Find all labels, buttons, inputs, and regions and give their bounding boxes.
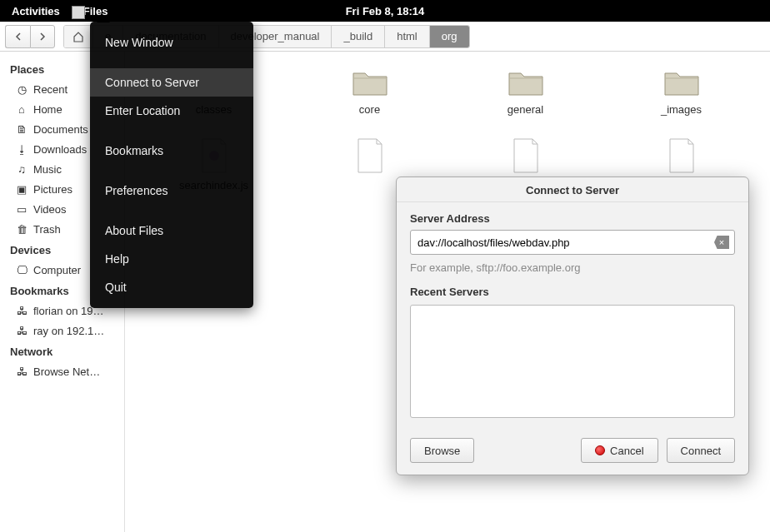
- menu-help[interactable]: Help: [90, 245, 253, 273]
- app-indicator-icon: [72, 6, 85, 19]
- documents-icon: 🗎: [15, 122, 28, 136]
- sidebar-item-label: Documents: [33, 123, 88, 136]
- app-menu: New Window Connect to Server Enter Locat…: [90, 22, 253, 308]
- sidebar-item-label: ray on 192.1…: [33, 325, 104, 337]
- network-icon: 🖧: [15, 365, 28, 378]
- folder-item[interactable]: _images: [614, 67, 748, 116]
- forward-button[interactable]: [30, 25, 55, 48]
- breadcrumb-item[interactable]: html: [385, 26, 430, 47]
- document-icon: [355, 137, 385, 174]
- server-address-input[interactable]: [418, 236, 714, 249]
- menu-arrow-icon: [97, 16, 110, 22]
- server-address-field-wrap: ×: [410, 230, 735, 255]
- breadcrumb-label: html: [397, 30, 418, 42]
- dialog-title: Connect to Server: [397, 177, 748, 202]
- home-icon: [72, 31, 84, 42]
- browse-button[interactable]: Browse: [410, 438, 474, 463]
- folder-icon: [508, 67, 544, 98]
- nav-buttons: [5, 25, 55, 48]
- breadcrumb-label: _build: [343, 30, 372, 42]
- network-drive-icon: 🖧: [15, 324, 28, 337]
- folder-icon: [352, 67, 388, 98]
- menu-separator: [90, 165, 253, 177]
- breadcrumb-home[interactable]: [64, 26, 93, 47]
- activities-button[interactable]: Activities: [12, 5, 60, 17]
- clock-icon: ◷: [15, 82, 28, 96]
- menu-separator: [90, 125, 253, 137]
- sidebar-item-bookmark[interactable]: 🖧ray on 192.1…: [0, 321, 124, 341]
- network-drive-icon: 🖧: [15, 304, 28, 317]
- file-label: _images: [661, 103, 702, 116]
- music-icon: ♫: [15, 162, 28, 176]
- sidebar-item-browse-network[interactable]: 🖧Browse Net…: [0, 361, 124, 381]
- file-label: core: [359, 103, 380, 116]
- button-label: Connect: [681, 445, 721, 457]
- download-icon: ⭳: [15, 142, 28, 156]
- sidebar-item-label: Trash: [33, 223, 61, 236]
- back-button[interactable]: [5, 25, 30, 48]
- sidebar-heading-network: Network: [0, 341, 124, 361]
- connect-to-server-dialog: Connect to Server Server Address × For e…: [396, 177, 749, 475]
- folder-item[interactable]: general: [458, 67, 592, 116]
- top-bar: Activities Files Fri Feb 8, 18:14: [0, 0, 770, 22]
- sidebar-item-label: Recent: [33, 83, 68, 96]
- button-label: Cancel: [610, 445, 643, 457]
- menu-connect-to-server[interactable]: Connect to Server: [90, 68, 253, 97]
- address-hint: For example, sftp://foo.example.org: [410, 261, 735, 274]
- document-icon: [511, 137, 541, 174]
- sidebar-item-label: Pictures: [33, 183, 72, 196]
- computer-icon: 🖵: [15, 263, 28, 276]
- folder-item[interactable]: core: [302, 67, 437, 116]
- menu-quit[interactable]: Quit: [90, 273, 253, 301]
- sidebar-item-label: Home: [33, 103, 62, 116]
- cancel-button[interactable]: Cancel: [581, 438, 658, 463]
- sidebar-item-label: Downloads: [33, 143, 87, 156]
- menu-preferences[interactable]: Preferences: [90, 177, 253, 205]
- breadcrumb-item[interactable]: _build: [332, 26, 385, 47]
- stop-icon: [595, 445, 605, 455]
- sidebar-item-label: Computer: [33, 264, 81, 276]
- sidebar-item-label: Videos: [33, 203, 67, 216]
- menu-bookmarks[interactable]: Bookmarks: [90, 137, 253, 165]
- dialog-actions: Browse Cancel Connect: [397, 430, 748, 475]
- sidebar-item-label: Music: [33, 163, 62, 176]
- menu-enter-location[interactable]: Enter Location: [90, 97, 253, 125]
- menu-separator: [90, 205, 253, 216]
- button-label: Browse: [424, 445, 460, 457]
- breadcrumb-label: org: [442, 30, 458, 42]
- connect-button[interactable]: Connect: [667, 438, 735, 463]
- home-icon: ⌂: [15, 102, 28, 116]
- chevron-right-icon: [38, 32, 47, 41]
- clear-input-icon[interactable]: ×: [714, 236, 729, 249]
- recent-servers-list[interactable]: [410, 305, 735, 418]
- video-icon: ▭: [15, 202, 28, 216]
- document-icon: [667, 137, 697, 174]
- chevron-left-icon: [14, 32, 22, 41]
- camera-icon: ▣: [15, 182, 28, 196]
- folder-icon: [663, 67, 700, 98]
- clock[interactable]: Fri Feb 8, 18:14: [346, 5, 425, 17]
- recent-servers-label: Recent Servers: [410, 286, 735, 298]
- trash-icon: 🗑: [15, 222, 28, 236]
- breadcrumb-item-current[interactable]: org: [430, 26, 469, 47]
- sidebar-item-label: Browse Net…: [33, 365, 100, 378]
- menu-about[interactable]: About Files: [90, 216, 253, 245]
- menu-separator: [90, 57, 253, 68]
- menu-new-window[interactable]: New Window: [90, 28, 253, 57]
- file-label: general: [508, 103, 543, 116]
- server-address-label: Server Address: [410, 212, 735, 225]
